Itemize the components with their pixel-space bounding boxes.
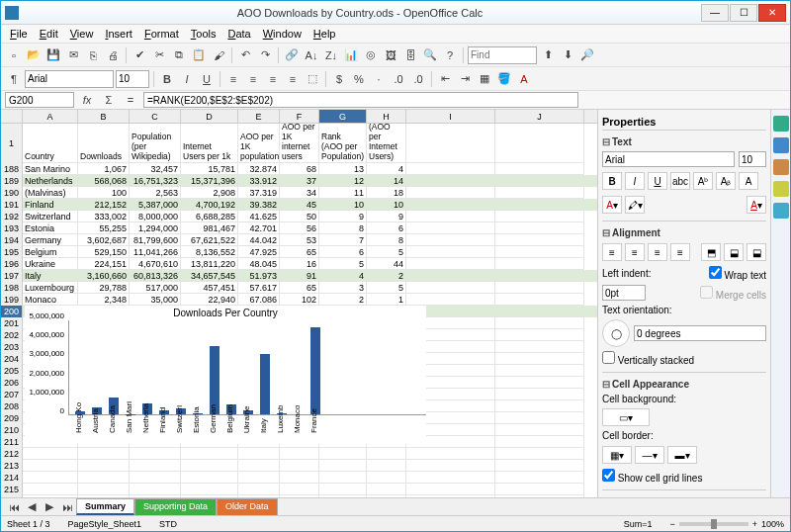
cell[interactable]: 212,152: [78, 199, 130, 211]
cell[interactable]: 16,751,323: [130, 175, 181, 187]
close-button[interactable]: ✕: [758, 4, 786, 22]
font-name-input[interactable]: [25, 70, 114, 88]
cell[interactable]: 16: [280, 258, 319, 270]
cell[interactable]: [238, 448, 280, 460]
menu-data[interactable]: Data: [222, 26, 255, 42]
dec-indent-icon[interactable]: ⇤: [436, 70, 454, 88]
cell[interactable]: 8,136,552: [181, 246, 238, 258]
cell[interactable]: 4,670,610: [130, 258, 181, 270]
cell[interactable]: 48.045: [238, 258, 280, 270]
row-header[interactable]: 195: [1, 246, 23, 258]
cell[interactable]: [181, 484, 238, 495]
col-header-D[interactable]: D: [181, 110, 238, 123]
cell[interactable]: [238, 495, 280, 497]
cell[interactable]: 4: [367, 163, 406, 175]
cell[interactable]: [280, 484, 319, 495]
bg-color-picker[interactable]: ▭▾: [602, 408, 650, 426]
cell[interactable]: 1,067: [78, 163, 130, 175]
header-cell[interactable]: Downloads: [78, 124, 130, 163]
panel-size-input[interactable]: [739, 151, 766, 167]
cell[interactable]: [495, 484, 584, 495]
cell[interactable]: 50: [280, 211, 319, 222]
cell[interactable]: Germany: [23, 234, 78, 246]
inc-indent-icon[interactable]: ⇥: [456, 70, 474, 88]
cell[interactable]: (Malvinas): [23, 187, 78, 199]
cell[interactable]: [495, 389, 584, 400]
cell[interactable]: [78, 472, 130, 484]
cell[interactable]: 9: [367, 211, 406, 222]
header-cell[interactable]: AOO per 1K internet users: [280, 124, 319, 163]
cell[interactable]: [280, 472, 319, 484]
panel-font-input[interactable]: [602, 151, 735, 167]
cell[interactable]: [406, 448, 495, 460]
vstack-checkbox[interactable]: Vertically stacked: [602, 351, 694, 366]
cell[interactable]: Italy: [23, 270, 78, 282]
row-header[interactable]: 206: [1, 377, 23, 389]
cell[interactable]: [181, 495, 238, 497]
cell[interactable]: [495, 163, 584, 175]
cell[interactable]: [406, 211, 495, 222]
cell[interactable]: 57.617: [238, 282, 280, 294]
col-header-G[interactable]: G: [319, 110, 367, 123]
col-header-I[interactable]: I: [406, 110, 495, 123]
zoom-icon[interactable]: 🔍: [421, 46, 439, 64]
row-header[interactable]: 193: [1, 222, 23, 234]
cell[interactable]: 2,348: [78, 294, 130, 306]
row-header[interactable]: 214: [1, 472, 23, 484]
cell[interactable]: 55,255: [78, 222, 130, 234]
sum-icon[interactable]: Σ: [100, 91, 118, 109]
cell[interactable]: 15,371,396: [181, 175, 238, 187]
cell[interactable]: 8: [367, 234, 406, 246]
cell[interactable]: [495, 306, 584, 317]
embedded-chart[interactable]: Downloads Per Country 01,000,0002,000,00…: [25, 306, 426, 444]
panel-sub-icon[interactable]: Aᵦ: [716, 172, 736, 190]
text-section-header[interactable]: Text: [602, 134, 766, 149]
menu-format[interactable]: Format: [139, 26, 184, 42]
bold-icon[interactable]: B: [158, 70, 176, 88]
styles-icon[interactable]: ¶: [5, 70, 23, 88]
cell-reference-input[interactable]: [5, 92, 74, 108]
cell[interactable]: [78, 448, 130, 460]
cell[interactable]: 51.973: [238, 270, 280, 282]
panel-fontcolor2-icon[interactable]: A▾: [747, 196, 766, 214]
navigator-tab-icon[interactable]: [773, 181, 789, 197]
row-header[interactable]: 211: [1, 436, 23, 448]
sheet-tab-summary[interactable]: Summary: [76, 498, 134, 515]
cell[interactable]: [495, 294, 584, 306]
row-header[interactable]: 215: [1, 484, 23, 495]
cell[interactable]: 32.874: [238, 163, 280, 175]
find-next-icon[interactable]: ⬇: [559, 46, 576, 64]
cell[interactable]: 18: [367, 187, 406, 199]
orientation-dial[interactable]: ◯: [602, 319, 630, 347]
cell[interactable]: [495, 377, 584, 389]
cell[interactable]: [406, 175, 495, 187]
cell[interactable]: 981,467: [181, 222, 238, 234]
sheet-tab-supporting-data[interactable]: Supporting Data: [134, 498, 217, 515]
cell[interactable]: 47.925: [238, 246, 280, 258]
row-header[interactable]: 213: [1, 460, 23, 472]
cell[interactable]: 34,657,545: [181, 270, 238, 282]
alignment-section-header[interactable]: Alignment: [602, 225, 766, 240]
cell[interactable]: [406, 294, 495, 306]
panel-shadow-icon[interactable]: A: [739, 172, 758, 190]
cell[interactable]: Luxembourg: [23, 282, 78, 294]
cell[interactable]: 11,041,266: [130, 246, 181, 258]
cell[interactable]: Monaco: [23, 294, 78, 306]
properties-tab-icon[interactable]: [773, 116, 789, 132]
border-line-picker[interactable]: —▾: [635, 446, 664, 464]
cell[interactable]: [495, 341, 584, 353]
cell[interactable]: [23, 484, 78, 495]
function-wizard-icon[interactable]: fx: [78, 91, 96, 109]
cell[interactable]: 33.912: [238, 175, 280, 187]
cell[interactable]: [406, 460, 495, 472]
help-icon[interactable]: ?: [441, 46, 459, 64]
merge-cells-icon[interactable]: ⬚: [304, 70, 321, 88]
italic-icon[interactable]: I: [178, 70, 196, 88]
cell[interactable]: 2,563: [130, 187, 181, 199]
underline-icon[interactable]: U: [198, 70, 216, 88]
redo-icon[interactable]: ↷: [256, 46, 274, 64]
cell[interactable]: 10: [367, 199, 406, 211]
cell[interactable]: [367, 460, 406, 472]
cell[interactable]: 44: [367, 258, 406, 270]
font-size-input[interactable]: [116, 70, 149, 88]
